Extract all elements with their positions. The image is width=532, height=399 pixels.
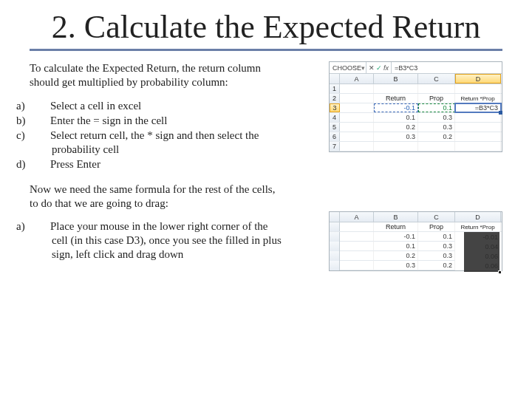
table-row: Return Prop Return *Prop [330,222,502,232]
cell[interactable]: Return [374,94,418,103]
data-block: -0.1 0.1 0.2 0.3 0.1 0.3 0.3 0.2 -0.01 [330,232,502,270]
select-all-corner[interactable] [330,212,340,222]
cell[interactable]: 0.2 [374,123,418,132]
cell[interactable]: 0.2 [418,132,455,141]
page-title: 2. Calculate the Expected Return [30,10,502,51]
cell[interactable]: Return [374,222,418,231]
intro-paragraph: To calculate the Expected Return, the re… [30,61,282,89]
row-header[interactable]: 3 [330,103,340,112]
col-header-C[interactable]: C [418,74,455,83]
row-header[interactable]: 1 [330,84,340,93]
cell[interactable]: Prop [418,222,455,231]
fill-handle[interactable] [498,270,502,274]
row-header[interactable]: 7 [330,142,340,151]
cell[interactable]: 0.1 [374,242,418,251]
col-header-A[interactable]: A [340,74,374,83]
cell[interactable] [455,123,501,132]
cell[interactable] [455,132,501,141]
excel-figure-1: CHOOSE▾ ✕ ✓ fx =B3*C3 A B C D 1 [329,61,502,152]
slide: 2. Calculate the Expected Return To calc… [0,0,532,399]
fx-icon[interactable]: fx [383,64,389,72]
right-column: CHOOSE▾ ✕ ✓ fx =B3*C3 A B C D 1 [296,61,502,272]
row-header[interactable] [330,242,340,251]
col-header-C[interactable]: C [418,212,455,222]
cell[interactable]: Prop [418,94,455,103]
cell[interactable] [340,222,374,231]
fill-handle[interactable] [499,111,502,115]
cell[interactable]: 0.1 [418,103,455,112]
left-column: To calculate the Expected Return, the re… [30,61,282,272]
cell[interactable] [374,84,418,93]
row-header[interactable] [330,251,340,261]
mid-paragraph: Now we need the same formula for the res… [30,183,282,211]
cell[interactable]: -0.1 [374,103,418,112]
cell[interactable] [340,242,374,251]
row-header[interactable] [330,261,340,270]
cell[interactable]: 0.3 [374,261,418,270]
step-b: b)Enter the = sign in the cell [34,114,282,128]
step-a: a)Select a cell in excel [34,99,282,113]
body-area: To calculate the Expected Return, the re… [30,61,502,272]
row-header[interactable]: 4 [330,113,340,122]
cell[interactable] [455,84,501,93]
column-headers: A B C D [330,74,502,84]
cell[interactable]: 0.1 [418,232,455,242]
cell[interactable] [340,142,374,151]
cell[interactable]: 0.3 [418,251,455,261]
steps-list-1: a)Select a cell in excel b)Enter the = s… [34,99,282,172]
cell[interactable]: 0.2 [374,251,418,261]
step2-a: a)Place your mouse in the lower right co… [34,219,282,262]
cell[interactable]: Return *Prop [455,94,501,103]
table-row: 5 0.2 0.3 [330,123,502,132]
formula-bar[interactable]: =B3*C3 [392,62,502,73]
col-header-B[interactable]: B [374,212,418,222]
cell[interactable]: 0.1 [374,113,418,122]
cancel-icon[interactable]: ✕ [369,64,375,72]
excel-figure-2: A B C D Return Prop Return *Prop [329,211,502,271]
table-row: 6 0.3 0.2 [330,132,502,142]
step-c: c)Select return cell, the * sign and the… [34,129,282,157]
name-box[interactable]: CHOOSE▾ [330,62,366,73]
cell[interactable] [340,261,374,270]
table-row: 2 Return Prop Return *Prop [330,94,502,103]
table-row: 3 -0.1 0.1 =B3*C3 [330,103,502,113]
cell[interactable] [340,123,374,132]
col-header-D[interactable]: D [455,212,501,222]
formula-bar-buttons: ✕ ✓ fx [366,62,392,73]
col-header-A[interactable]: A [340,212,374,222]
cell[interactable] [340,94,374,103]
row-header[interactable]: 5 [330,123,340,132]
cell[interactable] [455,142,501,151]
fill-selection[interactable] [464,232,499,272]
cell[interactable]: 0.3 [418,242,455,251]
cell[interactable]: 0.3 [418,123,455,132]
cell[interactable] [340,132,374,141]
col-header-D[interactable]: D [455,74,501,83]
enter-icon[interactable]: ✓ [376,64,382,72]
chevron-down-icon: ▾ [361,64,365,72]
cell[interactable] [340,232,374,242]
cell[interactable] [374,142,418,151]
cell[interactable] [418,142,455,151]
row-header[interactable] [330,222,340,231]
row-header[interactable] [330,232,340,242]
cell[interactable] [340,113,374,122]
cell[interactable] [418,84,455,93]
row-header[interactable]: 6 [330,132,340,141]
cell[interactable] [340,251,374,261]
cell[interactable]: Return *Prop [455,222,501,231]
cell[interactable]: 0.2 [418,261,455,270]
cell[interactable] [340,84,374,93]
row-header[interactable]: 2 [330,94,340,103]
table-row: 7 [330,142,502,151]
cell[interactable]: 0.3 [374,132,418,141]
cell[interactable] [455,113,501,122]
cell[interactable]: 0.3 [418,113,455,122]
formula-bar-row: CHOOSE▾ ✕ ✓ fx =B3*C3 [330,62,502,74]
table-row: 1 [330,84,502,94]
select-all-corner[interactable] [330,74,340,83]
active-cell[interactable]: =B3*C3 [455,103,501,112]
cell[interactable] [340,103,374,112]
col-header-B[interactable]: B [374,74,418,83]
cell[interactable]: -0.1 [374,232,418,242]
